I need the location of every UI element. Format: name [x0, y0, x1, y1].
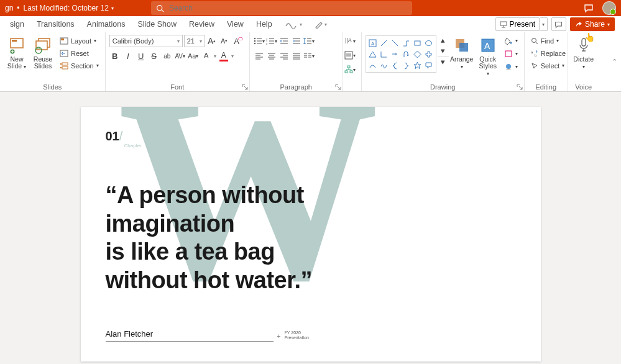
text-direction-button[interactable]: ||A▾	[344, 35, 356, 47]
shape-freeform[interactable]	[379, 60, 390, 71]
replace-button[interactable]: abReplace	[528, 47, 568, 59]
shape-rect[interactable]	[412, 37, 423, 48]
paragraph-dialog-launcher[interactable]	[335, 84, 341, 90]
shapes-gallery[interactable]: A	[367, 37, 435, 71]
shape-callout[interactable]	[423, 60, 435, 71]
numbering-button[interactable]: 123▾	[266, 35, 277, 47]
clear-format-button[interactable]: A⬭	[231, 35, 242, 47]
change-case-button[interactable]: Aa▾	[188, 50, 199, 62]
ribbon-tabs: sign Transitions Animations Slide Show R…	[0, 16, 621, 32]
pen-toggle-icon[interactable]: ▾	[308, 16, 333, 32]
svg-rect-68	[345, 71, 347, 73]
footer-text: FY 2020 Presentation	[285, 330, 309, 340]
last-modified-dropdown[interactable]: Last Modified: October 12 ▾	[24, 4, 114, 12]
tab-transitions[interactable]: Transitions	[30, 16, 81, 32]
shape-l[interactable]	[379, 48, 390, 60]
shape-cross[interactable]	[423, 48, 435, 60]
reuse-slides-label: Reuse Slides	[31, 56, 55, 70]
collapse-ribbon-button[interactable]: ⌃	[607, 32, 621, 91]
comments-button[interactable]	[551, 17, 566, 31]
reuse-slides-button[interactable]: Reuse Slides	[30, 35, 56, 71]
shape-effects-button[interactable]: ▾	[502, 61, 520, 73]
align-right-button[interactable]	[278, 50, 290, 62]
shape-uturn[interactable]	[401, 48, 412, 60]
ribbon: New Slide ▾ Reuse Slides Layout▾ Reset S…	[0, 32, 621, 92]
search-box[interactable]	[151, 1, 412, 15]
shape-fill-button[interactable]: ▾	[502, 35, 520, 47]
shape-oval[interactable]	[423, 37, 435, 48]
char-spacing-button[interactable]: AV▾	[175, 50, 186, 62]
svg-rect-19	[60, 67, 62, 68]
align-left-button[interactable]	[254, 50, 265, 62]
present-button[interactable]: Present	[495, 17, 540, 31]
shape-curve[interactable]	[367, 60, 379, 71]
present-dropdown[interactable]: ▾	[540, 17, 548, 31]
new-slide-button[interactable]: New Slide ▾	[4, 35, 30, 71]
quick-styles-button[interactable]: A Quick Styles▾	[475, 35, 501, 78]
font-color-button[interactable]: A	[218, 50, 229, 62]
underline-button[interactable]: U	[136, 50, 147, 62]
shape-brace[interactable]	[390, 60, 401, 71]
shape-arrow[interactable]	[390, 48, 401, 60]
font-size-select[interactable]: 21▾	[184, 35, 205, 47]
increase-indent-button[interactable]	[291, 35, 302, 47]
strike-button[interactable]: S	[149, 50, 160, 62]
tab-review[interactable]: Review	[183, 16, 221, 32]
shape-star[interactable]	[412, 60, 423, 71]
shapes-scroll-down[interactable]: ▾	[438, 45, 449, 56]
svg-text:A: A	[484, 41, 490, 51]
tab-design[interactable]: sign	[4, 16, 30, 32]
highlight-color-button[interactable]: A	[201, 50, 212, 62]
share-button[interactable]: Share ▾	[570, 17, 615, 31]
decrease-font-button[interactable]: A▾	[219, 35, 230, 47]
tab-view[interactable]: View	[221, 16, 250, 32]
tab-help[interactable]: Help	[250, 16, 278, 32]
section-button[interactable]: Section▾	[57, 60, 101, 71]
layout-button[interactable]: Layout▾	[57, 35, 101, 47]
slide-number: 01/	[106, 129, 123, 143]
shape-outline-button[interactable]: ▾	[502, 48, 520, 60]
tab-animations[interactable]: Animations	[81, 16, 132, 32]
align-text-vertical-button[interactable]: ▾	[344, 49, 356, 61]
justify-button[interactable]	[291, 50, 302, 62]
highlight-dropdown[interactable]: ▾	[214, 53, 216, 59]
shapes-scroll-up[interactable]: ▴	[438, 35, 449, 45]
shape-line2[interactable]	[390, 37, 401, 48]
shape-triangle[interactable]	[367, 48, 379, 60]
font-name-select[interactable]: Calibri (Body)▾	[109, 35, 183, 47]
reset-button[interactable]: Reset	[57, 47, 101, 59]
shape-diamond[interactable]	[412, 48, 423, 60]
smartart-button[interactable]: ▾	[344, 63, 356, 76]
increase-font-button[interactable]: A▴	[206, 35, 218, 47]
font-color-dropdown[interactable]: ▾	[231, 53, 234, 59]
align-center-button[interactable]	[266, 50, 277, 62]
replace-label: Replace	[541, 50, 566, 57]
quick-styles-icon: A	[480, 37, 496, 53]
decrease-indent-button[interactable]	[278, 35, 290, 47]
shape-connector[interactable]	[401, 37, 412, 48]
shape-brace-r[interactable]	[401, 60, 412, 71]
font-dialog-launcher[interactable]	[242, 84, 248, 90]
italic-button[interactable]: I	[122, 50, 134, 62]
slide[interactable]: W 01/ Chapter “A person without imaginat…	[81, 107, 541, 362]
chevron-down-icon: ▾	[607, 22, 610, 27]
find-button[interactable]: Find▾	[528, 35, 561, 47]
shape-line[interactable]	[379, 37, 390, 48]
user-avatar[interactable]	[602, 1, 616, 15]
shapes-more[interactable]: ▾	[438, 56, 449, 66]
select-button[interactable]: Select▾	[528, 60, 568, 71]
drawing-dialog-launcher[interactable]	[517, 84, 523, 90]
columns-button[interactable]: ▾	[303, 50, 315, 62]
chat-icon[interactable]	[584, 3, 594, 13]
tab-slide-show[interactable]: Slide Show	[131, 16, 183, 32]
reuse-slides-icon	[34, 37, 52, 54]
chevron-down-icon: ▾	[542, 22, 545, 27]
bold-button[interactable]: B	[109, 50, 121, 62]
arrange-button[interactable]: Arrange▾	[449, 35, 475, 71]
bullets-button[interactable]: ▾	[254, 35, 265, 47]
draw-toggle-icon[interactable]: ▾	[278, 16, 308, 32]
search-input[interactable]	[169, 4, 407, 12]
subscript-button[interactable]: ab	[162, 50, 173, 62]
line-spacing-button[interactable]: ▾	[303, 35, 315, 47]
shape-textbox[interactable]: A	[367, 37, 379, 48]
